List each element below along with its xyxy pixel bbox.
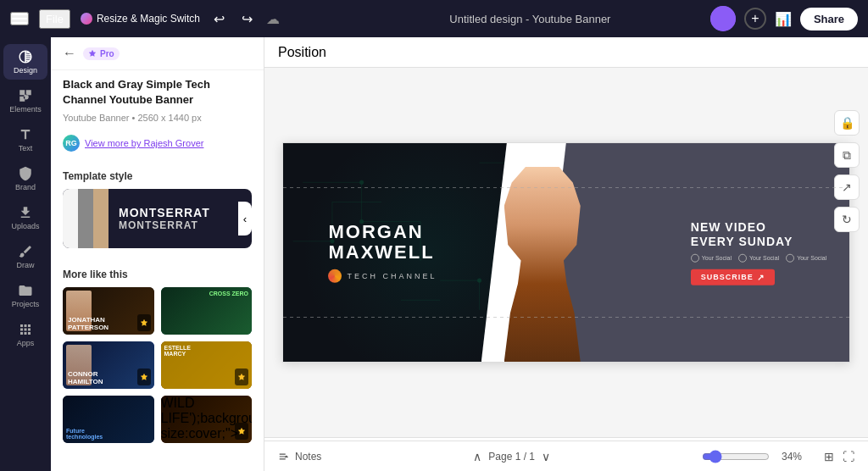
more-section-title: More like this bbox=[51, 260, 264, 287]
icon-sidebar: Design Elements Text Brand Uploads Draw … bbox=[0, 37, 51, 471]
card-badge-4 bbox=[235, 368, 248, 385]
refresh-button[interactable]: ↻ bbox=[834, 207, 860, 232]
collapse-style-button[interactable]: ‹ bbox=[238, 202, 252, 236]
notes-button[interactable]: Notes bbox=[278, 451, 321, 463]
card-label-2: CROSS ZERO bbox=[209, 291, 248, 296]
social-item-1: Your Social bbox=[691, 253, 732, 262]
new-video-text: NEW VIDEO EVERY SUNDAY bbox=[691, 220, 826, 249]
safe-zone-bottom bbox=[283, 317, 849, 318]
duplicate-button[interactable]: ⧉ bbox=[834, 142, 860, 168]
zoom-control: 34% bbox=[702, 450, 807, 463]
add-team-button[interactable]: + bbox=[744, 8, 766, 30]
template-card-4[interactable]: ESTELLEMARCY bbox=[161, 341, 253, 389]
safe-zone-top bbox=[283, 187, 849, 188]
svg-point-17 bbox=[477, 279, 481, 283]
social-icon-3 bbox=[786, 253, 794, 262]
template-card-2[interactable]: CROSS ZERO bbox=[161, 287, 253, 335]
sidebar-item-projects[interactable]: Projects bbox=[3, 278, 47, 313]
card-text-3: CONNORHAMILTON bbox=[68, 370, 103, 385]
main-layout: Design Elements Text Brand Uploads Draw … bbox=[0, 37, 868, 471]
template-style-card[interactable]: MONTSERRAT MONTSERRAT ‹ bbox=[63, 189, 252, 248]
channel-name: MORGAN MAXWELL bbox=[328, 222, 437, 263]
bottom-bar: Notes ∧ Page 1 / 1 ∨ 34% ⊞ ⛶ bbox=[264, 441, 868, 471]
card-label-4: ESTELLEMARCY bbox=[164, 345, 192, 357]
page-navigation: ∧ Page 1 / 1 ∨ bbox=[335, 450, 688, 463]
user-avatar[interactable] bbox=[710, 6, 736, 31]
style-section-title: Template style bbox=[51, 162, 264, 189]
card-text-5: Futuretechnologies bbox=[66, 428, 103, 440]
template-card-1[interactable]: JONATHANPATTERSON bbox=[63, 287, 154, 335]
subscribe-button[interactable]: SUBSCRIBE ↗ bbox=[691, 269, 775, 285]
sidebar-item-draw[interactable]: Draw bbox=[3, 239, 47, 274]
position-bar: Position bbox=[264, 37, 868, 68]
top-bar-right: + 📊 Share bbox=[710, 6, 858, 31]
magic-icon bbox=[81, 13, 92, 25]
sidebar-item-design[interactable]: Design bbox=[3, 44, 47, 80]
sidebar-item-elements[interactable]: Elements bbox=[3, 83, 47, 119]
banner-right-content: NEW VIDEO EVERY SUNDAY Your Social Your … bbox=[691, 220, 826, 285]
resize-magic-switch-button[interactable]: Resize & Magic Switch bbox=[81, 13, 200, 25]
style-font-label-2: MONTSERRAT bbox=[119, 219, 210, 231]
pro-badge: Pro bbox=[83, 47, 120, 60]
card-badge-3 bbox=[137, 368, 151, 385]
sidebar-item-uploads[interactable]: Uploads bbox=[3, 200, 47, 236]
top-bar-left: File Resize & Magic Switch ↩ ↪ ☁ bbox=[10, 9, 350, 29]
person-image-area bbox=[496, 158, 589, 362]
social-row: Your Social Your Social Your Social bbox=[691, 253, 826, 262]
analytics-icon[interactable]: 📊 bbox=[775, 11, 792, 27]
position-label: Position bbox=[278, 45, 326, 60]
zoom-slider[interactable] bbox=[702, 450, 770, 463]
author-row: RG View more by Rajesh Grover bbox=[51, 130, 264, 162]
color-bar-2 bbox=[78, 189, 93, 248]
author-avatar: RG bbox=[63, 135, 80, 152]
template-meta: Youtube Banner • 2560 x 1440 px bbox=[51, 111, 264, 130]
more-templates-grid: JONATHANPATTERSON CROSS ZERO CONNORHAMIL… bbox=[51, 287, 264, 455]
social-icon-2 bbox=[738, 253, 747, 262]
sidebar-item-brand[interactable]: Brand bbox=[3, 161, 47, 197]
color-bar-1 bbox=[63, 189, 78, 248]
left-panel: ← Pro Black and Gray Simple Tech Channel… bbox=[51, 37, 264, 471]
page-prev-button[interactable]: ∧ bbox=[473, 450, 481, 463]
template-title: Black and Gray Simple Tech Channel Youtu… bbox=[51, 70, 264, 111]
svg-point-10 bbox=[359, 180, 364, 185]
undo-button[interactable]: ↩ bbox=[210, 9, 228, 29]
grid-view-button[interactable]: ⊞ bbox=[821, 448, 837, 465]
style-colors bbox=[63, 189, 108, 248]
social-item-2: Your Social bbox=[738, 253, 779, 262]
expand-button[interactable]: ⛶ bbox=[843, 448, 854, 465]
page-next-button[interactable]: ∨ bbox=[542, 450, 550, 463]
card-badge-6 bbox=[235, 423, 248, 440]
card-badge-1 bbox=[137, 314, 151, 331]
zoom-percent-label: 34% bbox=[776, 451, 807, 463]
share-button[interactable]: Share bbox=[800, 8, 858, 30]
color-bar-3 bbox=[93, 189, 108, 248]
channel-info: MORGAN MAXWELL TECH CHANNEL bbox=[328, 222, 437, 283]
person-silhouette bbox=[504, 167, 581, 362]
youtube-banner-wrapper: MORGAN MAXWELL TECH CHANNEL bbox=[282, 142, 850, 363]
social-item-3: Your Social bbox=[786, 253, 826, 262]
template-card-5[interactable]: Futuretechnologies bbox=[63, 396, 154, 443]
card-text-1: JONATHANPATTERSON bbox=[68, 316, 108, 331]
canvas-right-controls: 🔒 ⧉ ↗ ↻ bbox=[834, 110, 860, 232]
file-menu-button[interactable]: File bbox=[39, 9, 70, 29]
template-card-3[interactable]: CONNORHAMILTON bbox=[63, 341, 154, 389]
cloud-save-icon: ☁ bbox=[266, 11, 280, 27]
document-title: Untitled design - Youtube Banner bbox=[360, 13, 700, 25]
lock-button[interactable]: 🔒 bbox=[834, 110, 860, 136]
top-bar: File Resize & Magic Switch ↩ ↪ ☁ Untitle… bbox=[0, 0, 868, 37]
style-font-label-1: MONTSERRAT bbox=[119, 206, 210, 219]
subscribe-cursor-icon: ↗ bbox=[757, 272, 765, 281]
social-icon-1 bbox=[691, 253, 699, 262]
sidebar-item-apps[interactable]: Apps bbox=[3, 317, 47, 352]
template-card-6[interactable]: WILD LIFE');background-size:cover;"> bbox=[161, 396, 253, 443]
redo-button[interactable]: ↪ bbox=[238, 9, 256, 29]
canvas-container[interactable]: MORGAN MAXWELL TECH CHANNEL bbox=[264, 68, 868, 437]
back-button[interactable]: ← bbox=[63, 46, 76, 61]
youtube-banner[interactable]: MORGAN MAXWELL TECH CHANNEL bbox=[283, 143, 849, 362]
channel-subtitle: TECH CHANNEL bbox=[328, 269, 437, 283]
notes-icon bbox=[278, 451, 290, 463]
style-text-area: MONTSERRAT MONTSERRAT bbox=[108, 199, 220, 238]
author-link[interactable]: View more by Rajesh Grover bbox=[85, 138, 203, 148]
hamburger-button[interactable] bbox=[10, 12, 29, 25]
sidebar-item-text[interactable]: Text bbox=[3, 122, 47, 158]
